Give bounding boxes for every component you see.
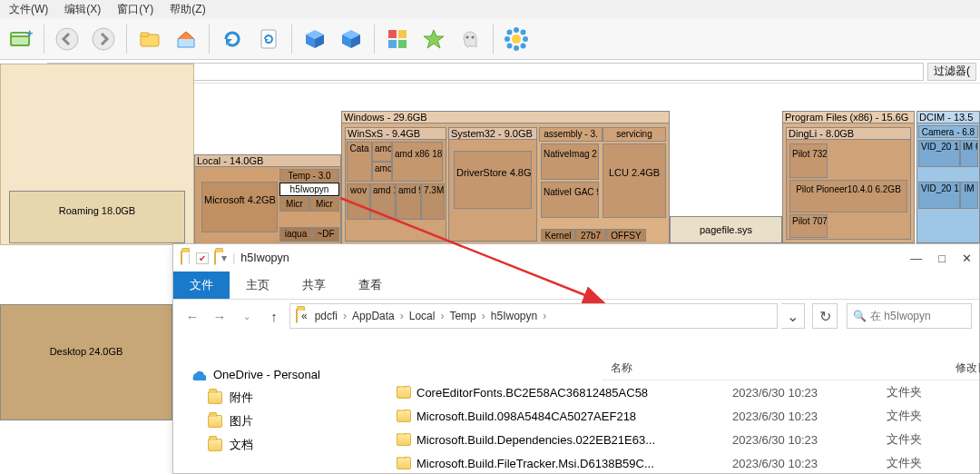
- address-dropdown-icon[interactable]: ⌄: [781, 303, 805, 329]
- block-im69[interactable]: IM 6.9: [960, 140, 978, 167]
- block-amd98[interactable]: amd 9.8M: [396, 183, 421, 220]
- tab-share[interactable]: 共享: [286, 272, 342, 299]
- address-bar[interactable]: « pdcfi› AppData› Local› Temp› h5Iwopyn›: [289, 303, 778, 329]
- block-vid20a[interactable]: VID_20 1.3GB: [918, 140, 960, 167]
- block-cat[interactable]: Cata: [347, 142, 372, 182]
- forward-icon[interactable]: [88, 24, 119, 54]
- crumb-3[interactable]: Local: [406, 310, 439, 322]
- block-micr2[interactable]: Micr: [309, 197, 339, 212]
- search-icon: 🔍: [853, 310, 867, 322]
- search-input[interactable]: 🔍 在 h5Iwopyn: [847, 303, 972, 329]
- block-amd1[interactable]: amc: [372, 142, 392, 162]
- crumb-0[interactable]: «: [298, 310, 311, 322]
- qat-folder-icon[interactable]: [214, 252, 216, 264]
- block-temp[interactable]: Temp - 3.0: [279, 169, 339, 182]
- qat-check-icon[interactable]: ✔: [196, 252, 209, 264]
- cubes-icon[interactable]: [382, 24, 413, 54]
- block-pagefile[interactable]: pagefile.sys: [670, 216, 782, 243]
- crumb-5[interactable]: h5Iwopyn: [487, 310, 541, 322]
- block-assembly[interactable]: assembly - 3.: [539, 127, 603, 142]
- file-type: 文件夹: [887, 431, 922, 448]
- back-icon[interactable]: [52, 24, 83, 54]
- menubar[interactable]: 文件(W) 编辑(X) 窗口(Y) 帮助(Z): [0, 0, 980, 18]
- star-icon[interactable]: [418, 24, 449, 54]
- titlebar[interactable]: | ✔ ▾ | h5Iwopyn — □ ✕: [173, 244, 979, 272]
- block-b27[interactable]: 27b7: [575, 229, 606, 242]
- refresh-page-icon[interactable]: [253, 24, 284, 54]
- block-h5iwopyn[interactable]: h5Iwopyn: [279, 183, 339, 196]
- close-button[interactable]: ✕: [962, 252, 972, 265]
- cube1-icon[interactable]: [299, 24, 330, 54]
- crumb-4[interactable]: Temp: [446, 310, 479, 322]
- block-nativegac[interactable]: NativeI GAC 956.3M 82.6: [541, 182, 599, 218]
- file-row[interactable]: Microsoft.Build.Dependencies.022EB21E63.…: [387, 428, 979, 451]
- block-amd194[interactable]: amd 19.4: [370, 183, 396, 220]
- block-camera[interactable]: Camera - 6.8: [918, 125, 978, 138]
- maximize-button[interactable]: □: [938, 252, 946, 265]
- block-wow1[interactable]: wov: [347, 183, 370, 220]
- file-row[interactable]: Microsoft.Build.098A5484CA5027AEF2182023…: [387, 404, 979, 428]
- block-amd73[interactable]: 7.3M: [421, 183, 445, 220]
- nav-recent-icon[interactable]: ⌄: [235, 304, 259, 328]
- qat-caret-icon[interactable]: ▾: [221, 252, 227, 264]
- block-amdx86[interactable]: amd x86 18.6 15.3: [392, 142, 443, 182]
- minimize-button[interactable]: —: [910, 252, 922, 265]
- gear-flower-icon[interactable]: [501, 24, 532, 54]
- block-micr1[interactable]: Micr: [279, 197, 309, 212]
- crumb-1[interactable]: pdcfi: [311, 310, 341, 322]
- block-desktop[interactable]: Desktop 24.0GB: [0, 304, 172, 420]
- block-vid20b[interactable]: VID_20 1.3GB: [918, 182, 960, 209]
- block-pilot707[interactable]: Pilot 707.9: [789, 214, 828, 238]
- block-driverstore[interactable]: DriverStore 4.8GB: [454, 151, 532, 209]
- file-row[interactable]: CoreEditorFonts.BC2E58AC36812485AC582023…: [387, 380, 979, 404]
- block-df[interactable]: ~DF: [312, 227, 339, 242]
- block-amd2[interactable]: amd: [372, 162, 392, 182]
- svg-rect-8: [388, 30, 397, 38]
- block-roaming[interactable]: Roaming 18.0GB: [9, 191, 185, 243]
- col-date[interactable]: 修改日期: [946, 360, 980, 376]
- side-docs[interactable]: 文档: [184, 433, 377, 457]
- ribbon-tabs[interactable]: 文件 主页 共享 查看: [173, 272, 979, 299]
- side-pics-label: 图片: [230, 413, 253, 430]
- menu-window[interactable]: 窗口(Y): [113, 2, 157, 17]
- block-nativeimg[interactable]: NativeImag 2.0GB: [541, 143, 599, 180]
- block-offsy[interactable]: OFFSY: [606, 229, 646, 242]
- block-imxx[interactable]: IM: [960, 182, 978, 209]
- column-headers[interactable]: 名称 修改日期 类型: [602, 357, 979, 380]
- block-kernel[interactable]: Kernel: [541, 229, 575, 242]
- svg-point-20: [521, 29, 526, 35]
- winsxs-hdr: WinSxS - 9.4GB: [346, 128, 446, 140]
- block-pilot104[interactable]: Pilot Pioneer10.4.0 6.2GB: [789, 180, 907, 212]
- refresh-icon[interactable]: [217, 24, 248, 54]
- block-servicing[interactable]: servicing: [603, 127, 666, 142]
- treemap[interactable]: Roaming 18.0GB Desktop 24.0GB Local - 14…: [0, 64, 980, 245]
- block-microsoft[interactable]: Microsoft 4.2GB: [201, 182, 278, 232]
- menu-edit[interactable]: 编辑(X): [61, 2, 104, 17]
- file-row[interactable]: Microsoft.Build.FileTracker.Msi.D6138B59…: [387, 451, 979, 474]
- tab-file[interactable]: 文件: [173, 272, 230, 299]
- side-attach[interactable]: 附件: [184, 386, 377, 410]
- menu-help[interactable]: 帮助(Z): [166, 2, 209, 17]
- block-iaqua[interactable]: iaqua: [279, 227, 312, 242]
- open-icon[interactable]: +: [5, 24, 36, 54]
- folder-icon[interactable]: [134, 24, 165, 54]
- cube2-icon[interactable]: [336, 24, 367, 54]
- file-type: 文件夹: [887, 384, 922, 400]
- col-name[interactable]: 名称: [602, 360, 946, 376]
- refresh-button[interactable]: ↻: [812, 303, 838, 329]
- block-pilot732[interactable]: Pilot 732.8: [789, 143, 828, 178]
- tab-home[interactable]: 主页: [230, 272, 286, 299]
- block-lcu[interactable]: LCU 2.4GB: [603, 143, 666, 218]
- ghost-icon[interactable]: [455, 24, 485, 54]
- tab-view[interactable]: 查看: [342, 272, 398, 299]
- nav-pane[interactable]: OneDrive - Personal 附件 图片 文档: [173, 357, 387, 473]
- file-list[interactable]: CoreEditorFonts.BC2E58AC36812485AC582023…: [387, 380, 979, 473]
- nav-fwd-icon[interactable]: →: [208, 304, 231, 328]
- home-icon[interactable]: [171, 24, 201, 54]
- nav-back-icon[interactable]: ←: [181, 304, 204, 328]
- nav-up-icon[interactable]: ↑: [262, 304, 286, 328]
- onedrive-item[interactable]: OneDrive - Personal: [184, 362, 377, 386]
- crumb-2[interactable]: AppData: [348, 310, 398, 322]
- side-pics[interactable]: 图片: [184, 410, 377, 433]
- menu-file[interactable]: 文件(W): [5, 2, 52, 17]
